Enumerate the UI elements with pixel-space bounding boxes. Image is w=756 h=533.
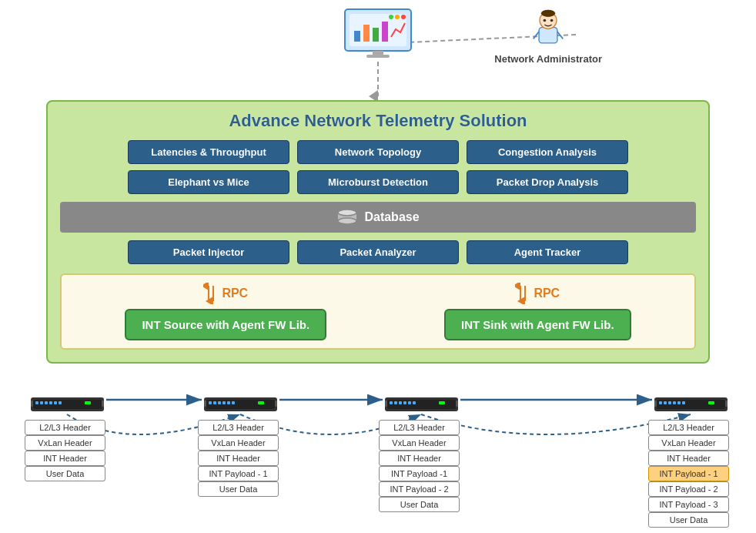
svg-point-17: [550, 19, 554, 22]
rpc-text-right: RPC: [534, 287, 560, 300]
svg-rect-4: [354, 31, 360, 42]
svg-rect-60: [394, 401, 397, 404]
svg-rect-72: [668, 401, 671, 404]
svg-rect-70: [659, 401, 662, 404]
pkt2-l2l3: L2/L3 Header: [198, 420, 279, 435]
monitor-icon: [343, 8, 413, 60]
svg-rect-48: [209, 401, 212, 404]
svg-rect-38: [40, 401, 43, 404]
svg-rect-74: [677, 401, 681, 404]
packet-stack-2: L2/L3 Header VxLan Header INT Header INT…: [198, 420, 279, 497]
pkt1-l2l3: L2/L3 Header: [25, 420, 105, 435]
svg-rect-78: [725, 401, 728, 407]
pkt3-int-payload1: INT Payload -1: [379, 466, 460, 481]
monitor-container: [343, 8, 413, 60]
svg-rect-59: [390, 401, 393, 404]
svg-rect-58: [387, 400, 456, 409]
svg-rect-8: [373, 51, 383, 55]
switch-3: [385, 397, 458, 411]
svg-point-22: [338, 218, 356, 224]
svg-rect-76: [708, 401, 714, 404]
admin-label: Network Administrator: [494, 53, 602, 66]
svg-rect-49: [213, 401, 216, 404]
svg-rect-56: [275, 401, 277, 407]
svg-rect-73: [673, 401, 676, 404]
top-section: Network Administrator: [0, 0, 756, 100]
svg-rect-65: [439, 401, 445, 404]
module-latencies[interactable]: Latencies & Throughput: [128, 140, 289, 164]
database-row: Database: [60, 202, 696, 233]
rpc-label-right: RPC: [515, 283, 560, 304]
svg-rect-5: [363, 25, 370, 42]
tool-packet-analyzer[interactable]: Packet Analyzer: [297, 240, 459, 264]
svg-rect-55: [204, 401, 206, 407]
packet-stack-4: L2/L3 Header VxLan Header INT Header INT…: [648, 420, 729, 528]
svg-rect-41: [54, 401, 57, 404]
svg-rect-61: [399, 401, 402, 404]
svg-rect-62: [403, 401, 406, 404]
pkt4-int-payload3: INT Payload - 3: [648, 497, 729, 512]
fw-btn-source[interactable]: INT Source with Agent FW Lib.: [125, 309, 326, 340]
pkt2-int-payload1: INT Payload - 1: [198, 466, 279, 481]
svg-rect-37: [35, 401, 38, 404]
svg-rect-69: [657, 400, 725, 409]
svg-rect-52: [227, 401, 230, 404]
fw-btn-sink[interactable]: INT Sink with Agent FW Lib.: [444, 309, 631, 340]
svg-rect-66: [385, 401, 387, 407]
pkt2-int-header: INT Header: [198, 451, 279, 466]
svg-rect-75: [682, 401, 685, 404]
module-row-1: Latencies & Throughput Network Topology …: [60, 140, 696, 164]
svg-rect-40: [49, 401, 52, 404]
svg-line-19: [557, 32, 563, 39]
main-box: Advance Network Telemetry Solution Laten…: [46, 100, 710, 364]
svg-rect-63: [408, 401, 411, 404]
pkt1-user-data: User Data: [25, 466, 105, 481]
svg-rect-43: [85, 401, 91, 404]
database-label: Database: [364, 210, 419, 224]
svg-rect-64: [413, 401, 416, 404]
pkt3-int-header: INT Header: [379, 451, 460, 466]
rpc-arrows-right: [515, 283, 530, 304]
switch-4: [654, 397, 728, 411]
main-title: Advance Network Telemetry Solution: [60, 111, 696, 131]
module-microburst[interactable]: Microburst Detection: [297, 170, 459, 194]
svg-rect-36: [33, 400, 102, 409]
pkt3-int-payload2: INT Payload - 2: [379, 481, 460, 497]
fw-item-sink: RPC INT Sink with Agent FW Lib.: [444, 283, 631, 340]
svg-rect-47: [206, 400, 275, 409]
svg-rect-39: [45, 401, 48, 404]
fw-item-source: RPC INT Source with Agent FW Lib.: [125, 283, 326, 340]
pkt4-user-data: User Data: [648, 512, 729, 528]
pkt4-vxlan: VxLan Header: [648, 435, 729, 451]
database-icon: [336, 208, 358, 226]
pkt4-int-payload2: INT Payload - 2: [648, 481, 729, 497]
fw-section: RPC INT Source with Agent FW Lib.: [60, 273, 696, 350]
switch-1: [31, 397, 104, 411]
tool-packet-injector[interactable]: Packet Injector: [128, 240, 289, 264]
pkt4-int-payload1: INT Payload - 1: [648, 466, 729, 481]
svg-point-11: [395, 15, 400, 19]
tools-row: Packet Injector Packet Analyzer Agent Tr…: [60, 240, 696, 264]
svg-rect-71: [664, 401, 667, 404]
svg-rect-51: [222, 401, 226, 404]
module-congestion[interactable]: Congestion Analysis: [467, 140, 628, 164]
svg-rect-13: [539, 28, 557, 43]
pkt2-user-data: User Data: [198, 481, 279, 497]
svg-point-12: [401, 15, 406, 19]
module-elephant[interactable]: Elephant vs Mice: [128, 170, 289, 194]
svg-rect-77: [654, 401, 657, 407]
module-topology[interactable]: Network Topology: [297, 140, 459, 164]
admin-icon: [529, 8, 567, 50]
svg-line-18: [534, 32, 539, 39]
network-connections-svg: [8, 377, 748, 533]
tool-agent-tracker[interactable]: Agent Tracker: [467, 240, 628, 264]
svg-rect-50: [218, 401, 221, 404]
svg-point-23: [338, 210, 356, 216]
pkt2-vxlan: VxLan Header: [198, 435, 279, 451]
svg-rect-44: [31, 401, 33, 407]
svg-rect-6: [373, 28, 379, 42]
svg-point-10: [389, 15, 393, 19]
module-packet-drop[interactable]: Packet Drop Analysis: [467, 170, 628, 194]
network-section: L2/L3 Header VxLan Header INT Header Use…: [8, 377, 748, 533]
pkt1-int-header: INT Header: [25, 451, 105, 466]
